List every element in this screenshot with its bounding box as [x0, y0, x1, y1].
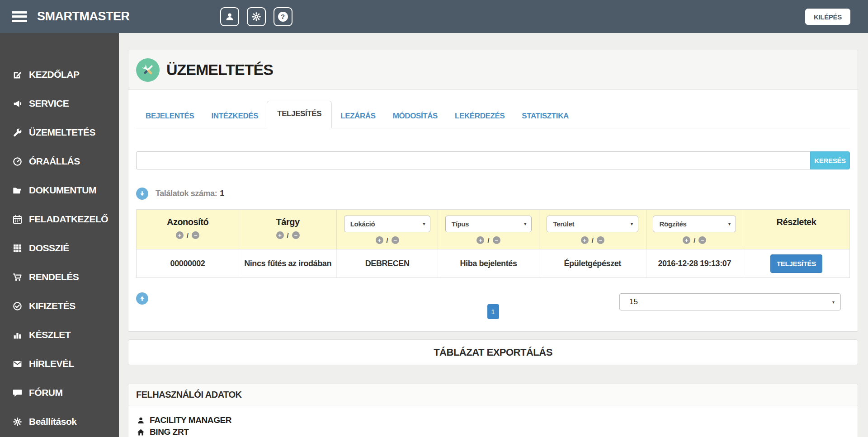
search-row: KERESÉS: [136, 151, 850, 169]
teljesites-button[interactable]: TELJESÍTÉS: [770, 254, 822, 273]
calendar-icon: [12, 215, 23, 224]
sidebar-item-rendeles[interactable]: RENDELÉS: [0, 263, 119, 291]
cart-icon: [12, 273, 23, 282]
bar-chart-icon: [12, 330, 23, 340]
lokacio-filter-select[interactable]: Lokáció ▾: [344, 216, 431, 232]
column-header-terulet: Terület ▾ + / −: [539, 210, 646, 249]
main-content: ÜZEMELTETÉS BEJELENTÉS INTÉZKEDÉS TELJES…: [119, 33, 868, 437]
sort-desc-icon[interactable]: −: [597, 236, 604, 244]
sidebar-item-label: FÓRUM: [29, 387, 63, 398]
panel-body: BEJELENTÉS INTÉZKEDÉS TELJESÍTÉS LEZÁRÁS…: [128, 101, 858, 331]
tab-bar: BEJELENTÉS INTÉZKEDÉS TELJESÍTÉS LEZÁRÁS…: [136, 101, 850, 128]
user-data-panel: FELHASZNÁLÓI ADATOK FACILITY MANAGER BIN…: [128, 384, 858, 437]
sidebar-item-kifizetes[interactable]: KIFIZETÉS: [0, 291, 119, 320]
rogzites-filter-select[interactable]: Rögzítés ▾: [653, 216, 736, 232]
sort-asc-icon[interactable]: +: [683, 236, 690, 244]
help-button[interactable]: ?: [274, 7, 292, 26]
arrow-circle-down-icon[interactable]: [136, 188, 148, 200]
cell-reszletek: TELJESÍTÉS: [743, 249, 849, 277]
topbar-icons: ?: [220, 7, 292, 26]
sort-controls: + / −: [476, 236, 500, 244]
panel-header: ÜZEMELTETÉS: [128, 50, 858, 90]
search-button[interactable]: KERESÉS: [810, 151, 850, 169]
gear-icon: [252, 12, 261, 21]
user-button[interactable]: [220, 7, 239, 26]
terulet-filter-select[interactable]: Terület ▾: [547, 216, 638, 232]
results-count-value: 1: [220, 189, 224, 198]
user-icon: [225, 12, 234, 21]
page-size-select[interactable]: 15 ▾: [619, 293, 841, 310]
sort-asc-icon[interactable]: +: [176, 231, 184, 239]
column-header-lokacio: Lokáció ▾ + / −: [337, 210, 438, 249]
sidebar: KEZDŐLAP SERVICE ÜZEMELTETÉS ÓRAÁLLÁS DO…: [0, 33, 119, 437]
sort-desc-icon[interactable]: −: [292, 231, 300, 239]
comment-icon: [12, 388, 23, 398]
export-table-button[interactable]: TÁBLÁZAT EXPORTÁLÁS: [128, 339, 858, 365]
sidebar-item-beallitasok[interactable]: Beállítások: [0, 407, 119, 436]
chevron-down-icon: ▾: [832, 300, 835, 305]
tab-bejelentes[interactable]: BEJELENTÉS: [137, 105, 203, 128]
chevron-down-icon: ▾: [524, 221, 526, 226]
page-size-value: 15: [629, 297, 638, 306]
tab-modositas[interactable]: MÓDOSÍTÁS: [384, 105, 446, 128]
sort-desc-icon[interactable]: −: [698, 236, 706, 244]
chevron-down-icon: ▾: [728, 221, 731, 226]
column-header-azonosito: Azonosító + / −: [137, 210, 239, 249]
column-header-reszletek: Részletek: [743, 210, 849, 249]
table-row: 00000002 Nincs fűtés az irodában DEBRECE…: [137, 249, 849, 277]
settings-button[interactable]: [247, 7, 266, 26]
pagination-row: 1 15 ▾: [136, 292, 850, 320]
edit-icon: [12, 70, 23, 80]
sort-controls: + / −: [683, 236, 706, 244]
page-1-button[interactable]: 1: [487, 304, 499, 319]
cell-targy: Nincs fűtés az irodában: [239, 249, 337, 277]
sort-desc-icon[interactable]: −: [192, 231, 199, 239]
sidebar-item-feladatkezelo[interactable]: FELADATKEZELŐ: [0, 205, 119, 234]
uzemeltetes-module-icon: [136, 58, 160, 82]
sort-desc-icon[interactable]: −: [493, 236, 500, 244]
tab-lekerdezes[interactable]: LEKÉRDEZÉS: [446, 105, 513, 128]
sidebar-item-label: FELADATKEZELŐ: [29, 214, 108, 225]
sidebar-item-label: Beállítások: [29, 416, 76, 427]
page-title: ÜZEMELTETÉS: [166, 61, 273, 79]
results-count-label: Találatok száma:: [156, 189, 217, 198]
user-panel-title: FELHASZNÁLÓI ADATOK: [128, 384, 858, 405]
table-header-row: Azonosító + / − Tárgy + / −: [137, 210, 849, 249]
menu-icon[interactable]: [12, 11, 27, 22]
tab-intezkedes[interactable]: INTÉZKEDÉS: [203, 105, 267, 128]
sidebar-item-keszlet[interactable]: KÉSZLET: [0, 320, 119, 349]
brand-title: SMARTMASTER: [37, 9, 130, 23]
search-input[interactable]: [136, 151, 810, 169]
sort-asc-icon[interactable]: +: [376, 236, 383, 244]
sidebar-item-uzemeltetes[interactable]: ÜZEMELTETÉS: [0, 118, 119, 147]
tab-teljesites[interactable]: TELJESÍTÉS: [267, 101, 332, 128]
sidebar-item-label: KIFIZETÉS: [29, 301, 75, 311]
sidebar-item-hirlevel[interactable]: HÍRLEVÉL: [0, 349, 119, 378]
column-header-tipus: Típus ▾ + / −: [438, 210, 539, 249]
tab-statisztika[interactable]: STATISZTIKA: [513, 105, 577, 128]
folder-icon: [12, 186, 23, 195]
arrow-circle-up-icon[interactable]: [136, 292, 148, 305]
user-panel-body: FACILITY MANAGER BING ZRT BUDAPEST: [128, 405, 858, 437]
sidebar-item-dosszie[interactable]: DOSSZIÉ: [0, 234, 119, 263]
sort-asc-icon[interactable]: +: [276, 231, 284, 239]
column-header-rogzites: Rögzítés ▾ + / −: [646, 210, 743, 249]
sort-desc-icon[interactable]: −: [392, 236, 399, 244]
check-circle-icon: [12, 301, 23, 311]
cell-tipus: Hiba bejelentés: [438, 249, 539, 277]
sidebar-item-service[interactable]: SERVICE: [0, 89, 119, 118]
logout-button[interactable]: KILÉPÉS: [805, 9, 850, 25]
list-item: FACILITY MANAGER: [136, 414, 850, 426]
sort-asc-icon[interactable]: +: [581, 236, 589, 244]
sidebar-item-forum[interactable]: FÓRUM: [0, 378, 119, 407]
uzemeltetes-panel: ÜZEMELTETÉS BEJELENTÉS INTÉZKEDÉS TELJES…: [128, 50, 858, 332]
sort-controls: + / −: [276, 231, 300, 239]
sidebar-item-oraallas[interactable]: ÓRAÁLLÁS: [0, 147, 119, 176]
tab-lezaras[interactable]: LEZÁRÁS: [332, 105, 384, 128]
sort-asc-icon[interactable]: +: [476, 236, 484, 244]
sidebar-item-label: KÉSZLET: [29, 329, 71, 340]
tipus-filter-select[interactable]: Típus ▾: [445, 216, 532, 232]
megaphone-icon: [12, 99, 23, 108]
sidebar-item-dokumentum[interactable]: DOKUMENTUM: [0, 176, 119, 205]
sidebar-item-kezdolap[interactable]: KEZDŐLAP: [0, 60, 119, 89]
